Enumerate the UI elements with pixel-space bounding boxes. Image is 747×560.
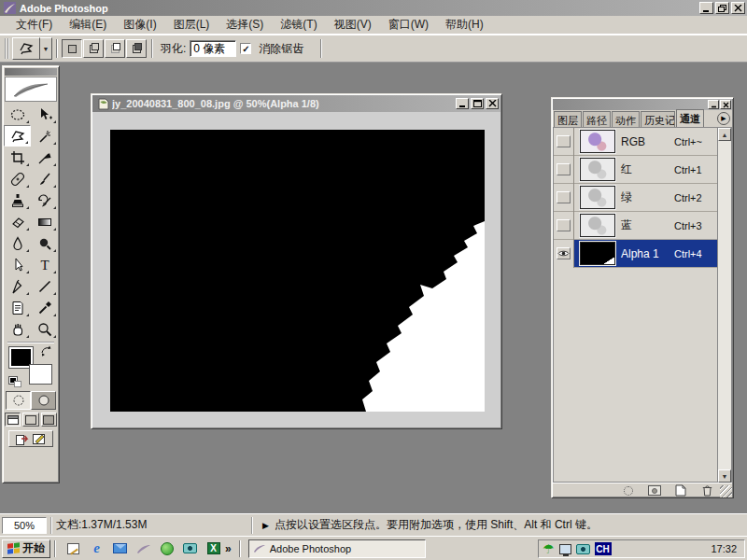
channel-row-red[interactable]: 红 Ctrl+1 xyxy=(554,156,717,184)
tool-polygonal-lasso[interactable] xyxy=(4,125,31,147)
media-player-icon[interactable] xyxy=(159,541,175,556)
outlook-express-icon[interactable] xyxy=(112,541,128,556)
menu-window[interactable]: 窗口(W) xyxy=(380,15,437,35)
taskbar-clock[interactable]: 17:32 xyxy=(711,543,740,554)
close-button[interactable] xyxy=(731,2,745,14)
internet-explorer-icon[interactable]: e xyxy=(89,541,105,556)
input-method-indicator[interactable]: CH xyxy=(595,542,612,555)
save-selection-as-channel-button[interactable] xyxy=(646,484,663,497)
menu-view[interactable]: 视图(V) xyxy=(326,15,380,35)
standard-screen-mode-button[interactable] xyxy=(5,413,21,427)
channel-row-green[interactable]: 绿 Ctrl+2 xyxy=(554,184,717,212)
document-maximize-button[interactable] xyxy=(471,98,484,109)
menu-filter[interactable]: 滤镜(T) xyxy=(272,15,325,35)
tool-pen[interactable] xyxy=(4,275,31,297)
status-arrow-icon[interactable]: ▶ xyxy=(262,521,269,530)
document-title-bar[interactable]: jy_20040831_800_08.jpg @ 50%(Alpha 1/8) xyxy=(92,95,500,112)
menu-file[interactable]: 文件(F) xyxy=(7,15,61,35)
tool-eraser[interactable] xyxy=(4,211,31,232)
default-colors-icon[interactable] xyxy=(9,377,22,388)
palette-resize-grip[interactable] xyxy=(720,485,732,497)
photoshop-quicklaunch-icon[interactable] xyxy=(135,541,151,556)
palette-close-button[interactable] xyxy=(720,100,731,109)
subtract-selection-mode-button[interactable] xyxy=(105,39,125,58)
tool-slice[interactable] xyxy=(31,147,58,168)
document-close-button[interactable] xyxy=(486,98,499,109)
visibility-toggle[interactable] xyxy=(554,156,574,184)
tool-preset-dropdown[interactable]: ▼ xyxy=(40,37,52,60)
menu-layer[interactable]: 图层(L) xyxy=(165,15,218,35)
antialias-checkbox[interactable]: ✓ xyxy=(240,43,251,54)
tool-brush[interactable] xyxy=(31,168,58,189)
visibility-toggle[interactable] xyxy=(554,128,574,156)
tool-magic-wand[interactable] xyxy=(31,125,58,147)
channel-row-blue[interactable]: 蓝 Ctrl+3 xyxy=(554,212,717,240)
menu-select[interactable]: 选择(S) xyxy=(218,15,272,35)
tool-elliptical-marquee[interactable] xyxy=(4,104,31,125)
jump-to-imageready-button[interactable] xyxy=(8,430,53,447)
swap-colors-icon[interactable] xyxy=(40,345,52,357)
minimize-button[interactable] xyxy=(699,2,713,14)
options-bar-grip[interactable] xyxy=(5,38,9,59)
palette-menu-button[interactable]: ▶ xyxy=(717,112,730,125)
restore-button[interactable] xyxy=(715,2,729,14)
tab-channels[interactable]: 通道 xyxy=(676,109,704,127)
channel-row-rgb[interactable]: RGB Ctrl+~ xyxy=(554,128,717,156)
show-desktop-icon[interactable] xyxy=(65,541,81,556)
tab-actions[interactable]: 动作 xyxy=(612,111,640,127)
document-minimize-button[interactable] xyxy=(456,98,469,109)
zoom-level-field[interactable]: 50% xyxy=(2,517,47,534)
tool-zoom[interactable] xyxy=(31,318,58,340)
menu-edit[interactable]: 编辑(E) xyxy=(61,15,115,35)
tool-hand[interactable] xyxy=(4,318,31,340)
adobe-feather-logo[interactable] xyxy=(5,77,57,102)
toolbox-drag-handle[interactable] xyxy=(5,68,57,76)
tool-dodge[interactable] xyxy=(31,232,58,254)
channel-row-alpha1[interactable]: Alpha 1 Ctrl+4 xyxy=(554,240,717,268)
scroll-down-button[interactable]: ▼ xyxy=(718,469,731,483)
start-button[interactable]: 开始 xyxy=(2,539,50,558)
excel-icon[interactable]: X xyxy=(205,541,221,556)
antivirus-umbrella-icon[interactable]: ☂ xyxy=(543,542,555,555)
background-color-swatch[interactable] xyxy=(30,365,51,384)
tool-clone-stamp[interactable] xyxy=(4,189,31,211)
tool-crop[interactable] xyxy=(4,147,31,168)
tab-history[interactable]: 历史记 xyxy=(641,111,675,127)
load-selection-button[interactable] xyxy=(620,484,637,497)
tool-move[interactable] xyxy=(31,104,58,125)
quick-launch-more-button[interactable]: » xyxy=(225,542,232,555)
tool-blur[interactable] xyxy=(4,232,31,254)
camera-tool-icon[interactable] xyxy=(182,541,198,556)
network-computer-icon[interactable] xyxy=(559,544,571,554)
delete-channel-button[interactable] xyxy=(698,484,715,497)
new-selection-mode-button[interactable] xyxy=(62,39,82,58)
canvas[interactable] xyxy=(110,130,485,412)
palette-title-bar[interactable] xyxy=(553,99,732,110)
fullscreen-menubar-mode-button[interactable] xyxy=(22,413,38,427)
tool-gradient[interactable] xyxy=(31,211,58,232)
visibility-toggle[interactable] xyxy=(554,184,574,212)
active-tool-preview[interactable]: ▼ xyxy=(12,37,52,60)
tool-path-selection[interactable] xyxy=(4,254,31,275)
tool-history-brush[interactable] xyxy=(31,189,58,211)
tray-camera-icon[interactable] xyxy=(576,544,590,554)
palette-scrollbar[interactable]: ▲ ▼ xyxy=(717,128,731,483)
tab-layers[interactable]: 图层 xyxy=(554,111,582,127)
quick-mask-mode-button[interactable] xyxy=(31,391,56,410)
palette-minimize-button[interactable] xyxy=(708,100,719,109)
scroll-up-button[interactable]: ▲ xyxy=(718,128,731,141)
tool-line[interactable] xyxy=(31,275,58,297)
tool-notes[interactable] xyxy=(4,297,31,318)
add-selection-mode-button[interactable] xyxy=(83,39,104,58)
intersect-selection-mode-button[interactable] xyxy=(126,39,147,58)
tool-eyedropper[interactable] xyxy=(31,297,58,318)
visibility-toggle[interactable] xyxy=(554,212,574,240)
tab-paths[interactable]: 路径 xyxy=(583,111,611,127)
fullscreen-mode-button[interactable] xyxy=(41,413,57,427)
new-channel-button[interactable] xyxy=(672,484,689,497)
menu-help[interactable]: 帮助(H) xyxy=(437,15,492,35)
tool-healing-brush[interactable] xyxy=(4,168,31,189)
menu-image[interactable]: 图像(I) xyxy=(115,15,164,35)
feather-input[interactable] xyxy=(190,40,236,57)
standard-mode-button[interactable] xyxy=(6,391,31,410)
